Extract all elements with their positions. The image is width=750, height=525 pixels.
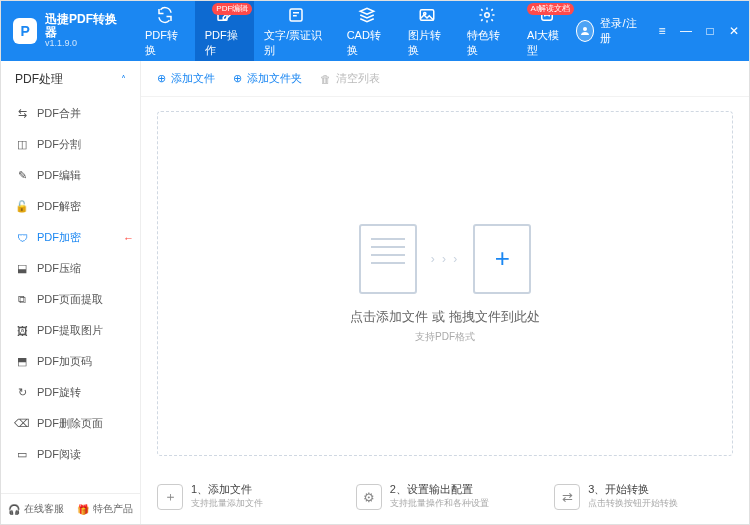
app-version: v1.1.9.0: [45, 39, 123, 49]
tab-label: AI大模型: [527, 28, 566, 58]
maximize-button[interactable]: □: [703, 24, 717, 38]
sidebar-item-edit[interactable]: ✎PDF编辑: [1, 160, 140, 191]
rotate-icon: ↻: [15, 386, 29, 400]
add-folder-label: 添加文件夹: [247, 71, 302, 86]
file-dropzone[interactable]: › › › + 点击添加文件 或 拖拽文件到此处 支持PDF格式: [157, 111, 733, 456]
tab-ai[interactable]: AI解读文档 AI大模型: [517, 1, 576, 61]
login-label: 登录/注册: [600, 16, 639, 46]
extract-image-icon: 🖼: [15, 324, 29, 338]
convert-icon: [155, 5, 175, 25]
tab-ocr[interactable]: 文字/票证识别: [254, 1, 336, 61]
tab-label: 图片转换: [408, 28, 448, 58]
step-3: ⇄ 3、开始转换点击转换按钮开始转换: [554, 482, 733, 510]
sidebar-item-label: PDF加密: [37, 230, 81, 245]
step-add-icon: ＋: [157, 484, 183, 510]
document-icon: [359, 224, 417, 294]
sidebar-item-delete-page[interactable]: ⌫PDF删除页面: [1, 408, 140, 439]
sidebar-item-label: PDF旋转: [37, 385, 81, 400]
top-tabs: PDF转换 PDF编辑 PDF操作 文字/票证识别 CAD转换 图片转换: [135, 1, 576, 61]
steps-row: ＋ 1、添加文件支持批量添加文件 ⚙ 2、设置输出配置支持批量操作和各种设置 ⇄…: [141, 470, 749, 524]
minimize-button[interactable]: —: [679, 24, 693, 38]
menu-button[interactable]: ≡: [655, 24, 669, 38]
step-title: 3、开始转换: [588, 482, 678, 497]
pointer-arrow-icon: ←: [123, 232, 134, 244]
sidebar-item-label: PDF编辑: [37, 168, 81, 183]
page-number-icon: ⬒: [15, 355, 29, 369]
sidebar-item-extract-image[interactable]: 🖼PDF提取图片: [1, 315, 140, 346]
sidebar-item-label: PDF分割: [37, 137, 81, 152]
svg-point-4: [485, 12, 490, 17]
sidebar-section-header[interactable]: PDF处理 ˄: [1, 61, 140, 98]
sidebar-item-extract-page[interactable]: ⧉PDF页面提取: [1, 284, 140, 315]
app-name: 迅捷PDF转换器: [45, 13, 123, 39]
sidebar-item-decrypt[interactable]: 🔓PDF解密: [1, 191, 140, 222]
sidebar: PDF处理 ˄ ⇆PDF合并 ◫PDF分割 ✎PDF编辑 🔓PDF解密 🛡PDF…: [1, 61, 141, 524]
support-label: 在线客服: [24, 502, 64, 516]
sidebar-item-encrypt[interactable]: 🛡PDF加密←: [1, 222, 140, 253]
title-bar: P 迅捷PDF转换器 v1.1.9.0 PDF转换 PDF编辑 PDF操作 文字…: [1, 1, 749, 61]
plus-folder-icon: ⊕: [233, 72, 242, 85]
add-folder-button[interactable]: ⊕添加文件夹: [233, 71, 302, 86]
close-button[interactable]: ✕: [727, 24, 741, 38]
step-sub: 支持批量添加文件: [191, 497, 263, 510]
special-icon: [477, 5, 497, 25]
delete-page-icon: ⌫: [15, 417, 29, 431]
featured-button[interactable]: 🎁特色产品: [71, 494, 141, 524]
login-button[interactable]: 登录/注册: [576, 16, 639, 46]
shield-icon: 🛡: [15, 231, 29, 245]
dropzone-subtitle: 支持PDF格式: [415, 330, 475, 344]
sidebar-item-label: PDF压缩: [37, 261, 81, 276]
chevron-up-icon: ˄: [121, 74, 126, 85]
image-icon: [417, 5, 437, 25]
sidebar-item-compress[interactable]: ⬓PDF压缩: [1, 253, 140, 284]
split-icon: ◫: [15, 138, 29, 152]
tab-cad[interactable]: CAD转换: [337, 1, 398, 61]
arrow-dots-icon: › › ›: [431, 252, 460, 266]
sidebar-item-label: PDF合并: [37, 106, 81, 121]
step-title: 1、添加文件: [191, 482, 263, 497]
tab-image[interactable]: 图片转换: [398, 1, 458, 61]
sidebar-item-merge[interactable]: ⇆PDF合并: [1, 98, 140, 129]
sidebar-item-label: PDF阅读: [37, 447, 81, 462]
tab-label: PDF操作: [205, 28, 245, 58]
pencil-icon: ✎: [15, 169, 29, 183]
logo-icon: P: [13, 18, 37, 44]
headset-icon: 🎧: [8, 504, 20, 515]
sidebar-section-label: PDF处理: [15, 71, 63, 88]
tab-badge: PDF编辑: [212, 3, 252, 15]
clear-list-button[interactable]: 🗑清空列表: [320, 71, 380, 86]
sidebar-item-page-number[interactable]: ⬒PDF加页码: [1, 346, 140, 377]
tab-label: CAD转换: [347, 28, 388, 58]
add-file-button[interactable]: ⊕添加文件: [157, 71, 215, 86]
step-sub: 点击转换按钮开始转换: [588, 497, 678, 510]
sidebar-item-split[interactable]: ◫PDF分割: [1, 129, 140, 160]
reader-icon: ▭: [15, 448, 29, 462]
step-2: ⚙ 2、设置输出配置支持批量操作和各种设置: [356, 482, 535, 510]
sidebar-item-rotate[interactable]: ↻PDF旋转: [1, 377, 140, 408]
tab-pdf-convert[interactable]: PDF转换: [135, 1, 195, 61]
step-1: ＋ 1、添加文件支持批量添加文件: [157, 482, 336, 510]
support-button[interactable]: 🎧在线客服: [1, 494, 71, 524]
svg-point-6: [583, 27, 587, 31]
tab-badge: AI解读文档: [527, 3, 575, 15]
trash-icon: 🗑: [320, 73, 331, 85]
add-file-label: 添加文件: [171, 71, 215, 86]
extract-page-icon: ⧉: [15, 293, 29, 307]
tab-label: PDF转换: [145, 28, 185, 58]
app-logo: P 迅捷PDF转换器 v1.1.9.0: [1, 13, 135, 49]
sidebar-item-reader[interactable]: ▭PDF阅读: [1, 439, 140, 470]
sidebar-item-label: PDF删除页面: [37, 416, 103, 431]
tab-label: 特色转换: [467, 28, 507, 58]
step-convert-icon: ⇄: [554, 484, 580, 510]
sidebar-item-label: PDF提取图片: [37, 323, 103, 338]
step-settings-icon: ⚙: [356, 484, 382, 510]
dropzone-title: 点击添加文件 或 拖拽文件到此处: [350, 308, 539, 326]
tab-pdf-operate[interactable]: PDF编辑 PDF操作: [195, 1, 255, 61]
sidebar-item-label: PDF页面提取: [37, 292, 103, 307]
gift-icon: 🎁: [77, 504, 89, 515]
merge-icon: ⇆: [15, 107, 29, 121]
tab-special[interactable]: 特色转换: [457, 1, 517, 61]
tab-label: 文字/票证识别: [264, 28, 326, 58]
clear-list-label: 清空列表: [336, 71, 380, 86]
featured-label: 特色产品: [93, 502, 133, 516]
